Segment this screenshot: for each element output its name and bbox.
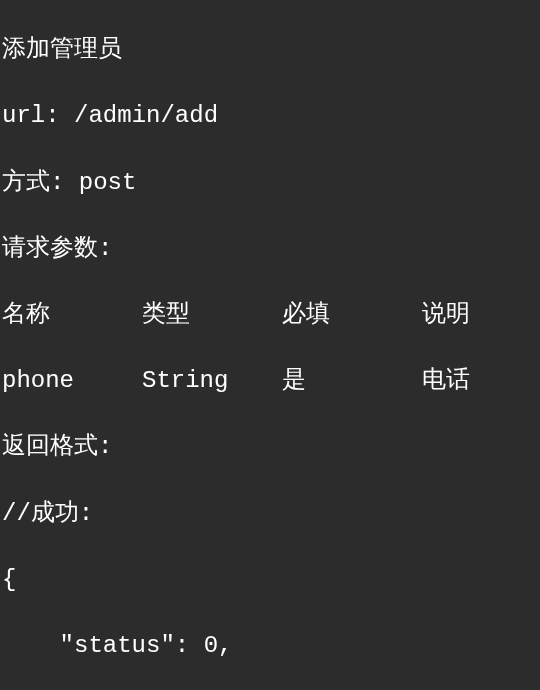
method-label: 方式:	[2, 169, 64, 196]
header-required: 必填	[282, 298, 422, 331]
header-desc: 说明	[422, 298, 470, 331]
return-label: 返回格式:	[2, 430, 538, 463]
success-status: "status": 0,	[2, 629, 538, 662]
params-label: 请求参数:	[2, 232, 538, 265]
method-value: post	[79, 169, 137, 196]
title: 添加管理员	[2, 33, 538, 66]
success-comment: //成功:	[2, 497, 538, 530]
api-doc: 添加管理员 url: /admin/add 方式: post 请求参数: 名称 …	[0, 0, 540, 690]
url-line: url: /admin/add	[2, 99, 538, 132]
url-value: /admin/add	[74, 102, 218, 129]
param-required: 是	[282, 364, 422, 397]
param-type: String	[142, 364, 282, 397]
params-row: phone String 是 电话	[2, 364, 538, 397]
params-header: 名称 类型 必填 说明	[2, 298, 538, 331]
url-label: url:	[2, 102, 60, 129]
param-desc: 电话	[422, 364, 470, 397]
header-name: 名称	[2, 298, 142, 331]
header-type: 类型	[142, 298, 282, 331]
brace-open-success: {	[2, 563, 538, 596]
param-name: phone	[2, 364, 142, 397]
method-line: 方式: post	[2, 166, 538, 199]
